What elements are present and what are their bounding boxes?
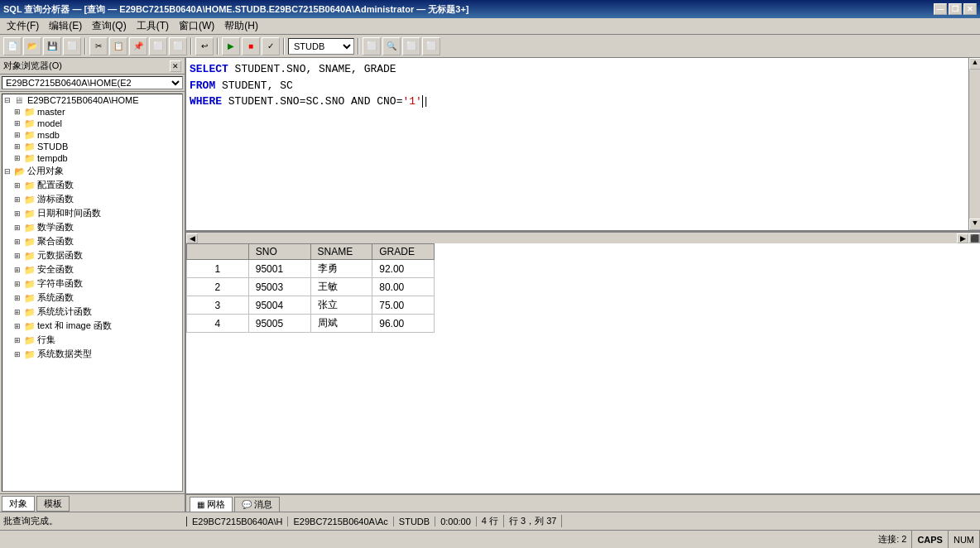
tree-item-str-func[interactable]: ⊞ 📁 字符串函数 bbox=[2, 276, 182, 291]
open-button[interactable]: 📂 bbox=[23, 37, 41, 55]
panel-close-button[interactable]: ✕ bbox=[170, 60, 181, 72]
status-message: 批查询完成。 bbox=[3, 515, 58, 527]
sql-line-3: WHERE STUDENT.SNO=SC.SNO AND CNO='1'| bbox=[190, 94, 977, 110]
row1-sno: 95001 bbox=[248, 260, 310, 278]
h-scroll[interactable]: ◀ ▶ ⬛ bbox=[186, 232, 980, 243]
paste-button[interactable]: 📌 bbox=[129, 37, 147, 55]
tree-item-datetime-func[interactable]: ⊞ 📁 日期和时间函数 bbox=[2, 206, 182, 220]
row4-grade: 96.00 bbox=[372, 315, 435, 333]
status-connection: E29BC7215B0640A\H bbox=[186, 517, 288, 526]
tree-item-sys-func[interactable]: ⊞ 📁 系统函数 bbox=[2, 291, 182, 305]
separator-3 bbox=[217, 38, 219, 55]
menu-item-file[interactable]: 文件(F) bbox=[2, 17, 44, 35]
row4-sno: 95005 bbox=[248, 315, 310, 333]
status-time: 0:00:00 bbox=[435, 517, 477, 526]
row4-sname: 周斌 bbox=[310, 315, 372, 333]
panel-connection-dropdown[interactable]: E29BC7215B0640A\HOME(E2 bbox=[0, 75, 185, 92]
sql-line1-rest: STUDENT.SNO, SNAME, GRADE bbox=[228, 63, 396, 75]
separator-1 bbox=[84, 38, 86, 55]
toolbar-btn-extra3[interactable]: ⬜ bbox=[402, 37, 420, 55]
query-editor[interactable]: SELECT STUDENT.SNO, SNAME, GRADE FROM ST… bbox=[186, 58, 980, 232]
row1-sname: 李勇 bbox=[310, 260, 372, 278]
sql-select-keyword: SELECT bbox=[190, 63, 228, 75]
sql-line3-rest: STUDENT.SNO=SC.SNO AND CNO= bbox=[222, 95, 402, 108]
tree-item-sysstat-func[interactable]: ⊞ 📁 系统统计函数 bbox=[2, 305, 182, 319]
run-button[interactable]: ▶ bbox=[222, 37, 240, 55]
num-indicator: NUM bbox=[949, 531, 980, 548]
results-area[interactable]: SNO SNAME GRADE 1 95001 李勇 92.00 2 95003 bbox=[186, 243, 980, 493]
toolbar-btn-9[interactable]: ⬜ bbox=[169, 37, 187, 55]
menu-item-query[interactable]: 查询(Q) bbox=[87, 17, 131, 35]
parse-button[interactable]: ✓ bbox=[262, 37, 280, 55]
editor-scrollbar[interactable]: ▲ ▼ bbox=[968, 58, 980, 230]
status-left: 批查询完成。 bbox=[0, 515, 186, 527]
tree-item-sys-types[interactable]: ⊞ 📁 系统数据类型 bbox=[2, 347, 182, 361]
results-table: SNO SNAME GRADE 1 95001 李勇 92.00 2 95003 bbox=[186, 243, 435, 333]
connection-select[interactable]: E29BC7215B0640A\HOME(E2 bbox=[2, 76, 183, 89]
panel-title: 对象浏览器(O) bbox=[3, 60, 62, 72]
toolbar-btn-extra4[interactable]: ⬜ bbox=[422, 37, 440, 55]
bottom-tab-objects[interactable]: 对象 bbox=[2, 496, 35, 512]
toolbar-btn-8[interactable]: ⬜ bbox=[149, 37, 167, 55]
tree-item-server[interactable]: ⊟ 🖥 E29BC7215B0640A\HOME bbox=[2, 94, 182, 106]
status-bar-1: 批查询完成。 E29BC7215B0640A\H E29BC7215B0640A… bbox=[0, 512, 980, 530]
menu-item-window[interactable]: 窗口(W) bbox=[174, 17, 219, 35]
restore-button[interactable]: ❐ bbox=[949, 3, 962, 15]
tree-item-rowset[interactable]: ⊞ 📁 行集 bbox=[2, 333, 182, 347]
col-sno-header: SNO bbox=[248, 244, 310, 260]
close-button[interactable]: ✕ bbox=[963, 3, 977, 15]
tree-item-math-func[interactable]: ⊞ 📁 数学函数 bbox=[2, 220, 182, 234]
undo-button[interactable]: ↩ bbox=[195, 37, 214, 55]
menu-item-edit[interactable]: 编辑(E) bbox=[44, 17, 87, 35]
search-button[interactable]: 🔍 bbox=[382, 37, 401, 55]
status-db: STUDB bbox=[394, 517, 435, 526]
left-panel: 对象浏览器(O) ✕ E29BC7215B0640A\HOME(E2 ⊟ 🖥 E… bbox=[0, 58, 186, 512]
tree-item-master[interactable]: ⊞ 📁 master bbox=[2, 106, 182, 118]
tree-item-agg-func[interactable]: ⊞ 📁 聚合函数 bbox=[2, 234, 182, 248]
tree-item-cursor-func[interactable]: ⊞ 📁 游标函数 bbox=[2, 192, 182, 206]
toolbar: 📄 📂 💾 ⬜ ✂ 📋 📌 ⬜ ⬜ ↩ ▶ ■ ✓ STUDB ⬜ 🔍 ⬜ ⬜ bbox=[0, 35, 980, 58]
tab-grid[interactable]: ▦ 网格 bbox=[190, 497, 233, 512]
main-container: 对象浏览器(O) ✕ E29BC7215B0640A\HOME(E2 ⊟ 🖥 E… bbox=[0, 58, 980, 512]
cut-button[interactable]: ✂ bbox=[89, 37, 108, 55]
row2-grade: 80.00 bbox=[372, 278, 435, 296]
sql-line3-string: '1' bbox=[402, 95, 421, 108]
table-row: 1 95001 李勇 92.00 bbox=[187, 260, 435, 278]
sql-line-1: SELECT STUDENT.SNO, SNAME, GRADE bbox=[190, 61, 977, 78]
separator-5 bbox=[358, 38, 359, 55]
tree-view[interactable]: ⊟ 🖥 E29BC7215B0640A\HOME ⊞ 📁 master ⊞ 📁 … bbox=[2, 94, 183, 492]
copy-button[interactable]: 📋 bbox=[109, 37, 127, 55]
minimize-button[interactable]: — bbox=[934, 3, 947, 15]
tree-item-common[interactable]: ⊟ 📂 公用对象 bbox=[2, 164, 182, 178]
scroll-left-button[interactable]: ◀ bbox=[186, 233, 198, 243]
tree-item-meta-func[interactable]: ⊞ 📁 元数据函数 bbox=[2, 248, 182, 262]
tree-item-model[interactable]: ⊞ 📁 model bbox=[2, 118, 182, 129]
col-grade-header: GRADE bbox=[372, 244, 435, 260]
tree-item-msdb[interactable]: ⊞ 📁 msdb bbox=[2, 129, 182, 141]
tree-item-studb[interactable]: ⊞ 📁 STUDB bbox=[2, 141, 182, 152]
stop-button[interactable]: ■ bbox=[242, 37, 260, 55]
sql-line-2: FROM STUDENT, SC bbox=[190, 78, 977, 94]
new-query-button[interactable]: 📄 bbox=[3, 37, 22, 55]
scroll-right-button[interactable]: ▶ bbox=[957, 233, 968, 243]
tree-item-tempdb[interactable]: ⊞ 📁 tempdb bbox=[2, 152, 182, 164]
menu-item-help[interactable]: 帮助(H) bbox=[219, 17, 263, 35]
title-bar-buttons: — ❐ ✕ bbox=[934, 3, 977, 15]
toolbar-btn-4[interactable]: ⬜ bbox=[63, 37, 81, 55]
toolbar-btn-extra1[interactable]: ⬜ bbox=[363, 37, 381, 55]
row3-num: 3 bbox=[187, 296, 249, 315]
save-button[interactable]: 💾 bbox=[43, 37, 61, 55]
db-selector[interactable]: STUDB bbox=[288, 38, 354, 55]
menu-bar: 文件(F) 编辑(E) 查询(Q) 工具(T) 窗口(W) 帮助(H) bbox=[0, 18, 980, 35]
menu-item-tools[interactable]: 工具(T) bbox=[132, 17, 174, 35]
tab-message[interactable]: 💬 消息 bbox=[234, 497, 280, 512]
tree-item-text-func[interactable]: ⊞ 📁 text 和 image 函数 bbox=[2, 319, 182, 333]
sql-line2-rest: STUDENT, SC bbox=[215, 79, 293, 92]
caps-indicator: CAPS bbox=[912, 531, 949, 548]
row2-num: 2 bbox=[187, 278, 249, 296]
row1-grade: 92.00 bbox=[372, 260, 435, 278]
tree-item-sec-func[interactable]: ⊞ 📁 安全函数 bbox=[2, 262, 182, 276]
status-connection-count: 连接: 2 bbox=[873, 531, 912, 548]
tree-item-config-func[interactable]: ⊞ 📁 配置函数 bbox=[2, 178, 182, 192]
bottom-tab-templates[interactable]: 模板 bbox=[36, 496, 70, 512]
